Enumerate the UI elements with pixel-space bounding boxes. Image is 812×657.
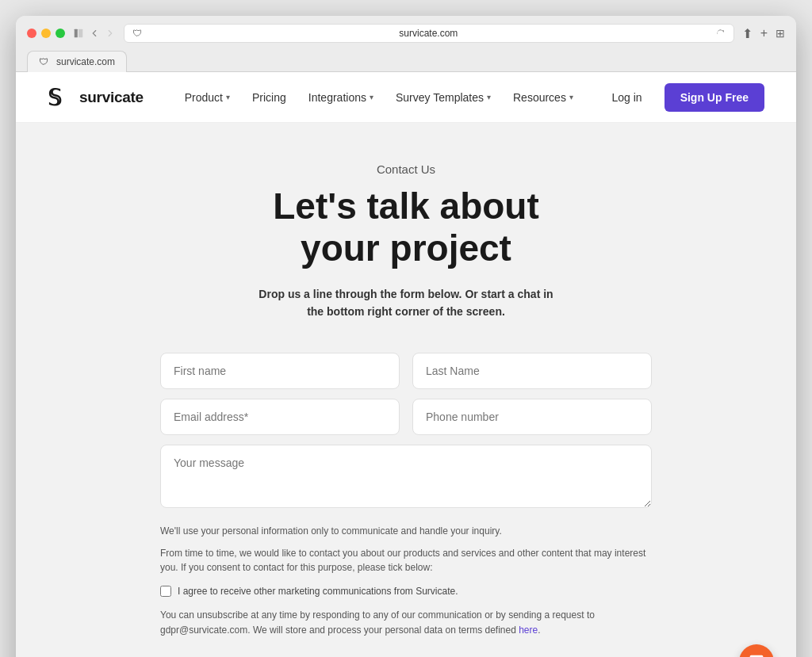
close-button[interactable] (27, 29, 36, 38)
maximize-button[interactable] (56, 29, 65, 38)
url-text: survicate.com (147, 28, 710, 39)
contact-title: Let's talk about your project (48, 185, 764, 269)
unsubscribe-text: You can unsubscribe at any time by respo… (160, 608, 652, 638)
phone-input[interactable] (412, 399, 652, 435)
browser-nav-controls (73, 28, 116, 39)
nav-links: Product ▾ Pricing Integrations ▾ Survey … (175, 85, 603, 110)
svg-text:𝕊: 𝕊 (48, 86, 62, 110)
checkbox-label: I agree to receive other marketing commu… (178, 586, 458, 597)
chat-icon (749, 654, 764, 657)
marketing-text: From time to time, we would like to cont… (160, 546, 652, 575)
contact-row (160, 399, 652, 435)
contact-description: Drop us a line through the form below. O… (48, 285, 764, 321)
marketing-checkbox-row: I agree to receive other marketing commu… (160, 586, 652, 597)
message-input[interactable] (160, 445, 652, 508)
nav-item-pricing[interactable]: Pricing (243, 85, 296, 110)
contact-header: Contact Us Let's talk about your project… (48, 162, 764, 321)
svg-rect-0 (75, 29, 78, 38)
tab-favicon: 🛡 (39, 56, 50, 67)
first-name-input[interactable] (160, 353, 400, 389)
last-name-input[interactable] (412, 353, 652, 389)
name-row (160, 353, 652, 389)
forward-icon[interactable] (105, 28, 116, 39)
nav-item-product[interactable]: Product ▾ (175, 85, 239, 110)
logo-text: survicate (79, 89, 144, 106)
svg-rect-1 (79, 29, 82, 38)
main-content: Contact Us Let's talk about your project… (16, 123, 796, 657)
nav-item-integrations[interactable]: Integrations ▾ (299, 85, 383, 110)
nav-auth: Log in Sign Up Free (602, 83, 764, 112)
contact-form: We'll use your personal information only… (160, 353, 652, 638)
here-link[interactable]: here (519, 625, 538, 636)
marketing-checkbox[interactable] (160, 586, 171, 597)
signup-button[interactable]: Sign Up Free (665, 83, 764, 112)
minimize-button[interactable] (41, 29, 51, 38)
browser-tab[interactable]: 🛡 survicate.com (27, 51, 127, 72)
product-chevron-icon: ▾ (226, 93, 230, 101)
share-icon[interactable]: ⬆ (742, 26, 753, 41)
nav-item-resources[interactable]: Resources ▾ (504, 85, 583, 110)
tab-label: survicate.com (56, 56, 115, 67)
survey-templates-chevron-icon: ▾ (487, 93, 491, 101)
logo-icon: 𝕊 (48, 85, 73, 110)
email-input[interactable] (160, 399, 400, 435)
navbar: 𝕊 survicate Product ▾ Pricing Integratio… (16, 72, 796, 123)
logo[interactable]: 𝕊 survicate (48, 85, 144, 110)
login-button[interactable]: Log in (602, 85, 651, 110)
grid-icon[interactable]: ⊞ (776, 27, 785, 40)
new-tab-icon[interactable]: + (760, 26, 768, 40)
resources-chevron-icon: ▾ (569, 93, 573, 101)
back-icon[interactable] (89, 28, 100, 39)
integrations-chevron-icon: ▾ (370, 93, 373, 101)
security-icon: 🛡 (132, 28, 142, 39)
nav-item-survey-templates[interactable]: Survey Templates ▾ (386, 85, 500, 110)
refresh-icon[interactable] (715, 29, 726, 39)
sidebar-icon[interactable] (73, 28, 84, 39)
address-bar[interactable]: 🛡 survicate.com (124, 24, 734, 43)
contact-subtitle: Contact Us (48, 162, 764, 176)
privacy-text: We'll use your personal information only… (160, 524, 652, 538)
